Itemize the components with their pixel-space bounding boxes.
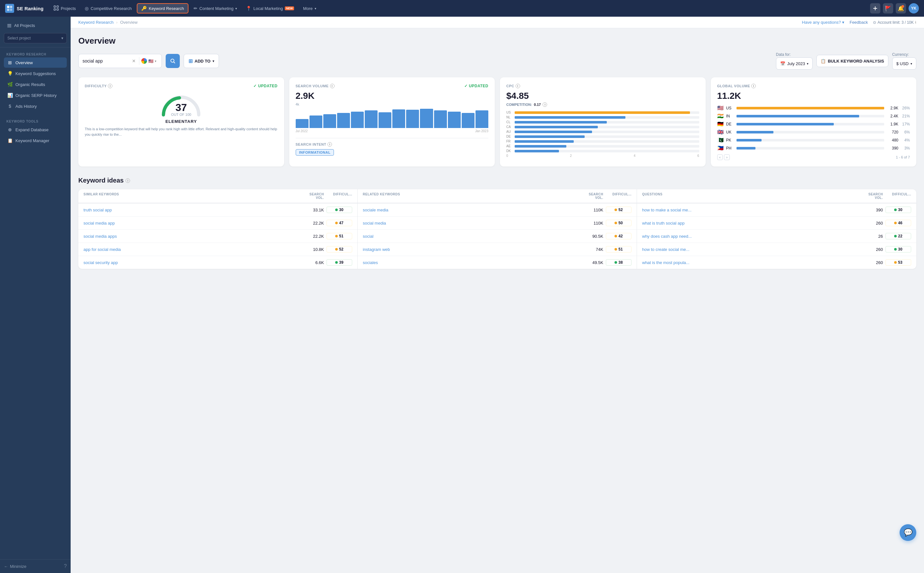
engine-chevron-icon[interactable]: ▾ [155, 59, 156, 63]
gv-country: PH [726, 146, 734, 150]
google-icon [141, 58, 147, 64]
sv-updated: ✓ Updated [464, 84, 488, 88]
keyword-link[interactable]: social [363, 234, 578, 239]
keyword-link[interactable]: social security app [83, 260, 299, 265]
minimize-button[interactable]: ← Minimize [4, 564, 26, 569]
cpc-info-icon[interactable]: i [516, 84, 520, 88]
gauge-wrapper: 37 OUT OF 100 [85, 91, 278, 116]
nav-local[interactable]: 📍 Local Marketing NEW [242, 4, 298, 13]
account-limit-info-icon: ℹ [915, 20, 916, 24]
keyword-ideas-info-icon[interactable]: i [126, 178, 130, 183]
keyword-link[interactable]: sociale media [363, 208, 578, 212]
search-button[interactable] [166, 54, 180, 68]
search-clear-button[interactable]: ✕ [132, 58, 136, 64]
chat-button[interactable]: 💬 [900, 524, 916, 541]
sidebar-overview-label: Overview [16, 60, 33, 65]
gv-nav-buttons: ‹ › [717, 154, 730, 160]
diff-value: 46 [898, 221, 902, 225]
nav-projects[interactable]: Projects [50, 3, 80, 14]
country-bar-wrap [515, 116, 699, 119]
diff-value: 52 [339, 247, 343, 252]
serp-history-icon: 📊 [7, 93, 13, 98]
keyword-link[interactable]: what is truth social app [642, 221, 858, 225]
add-to-button[interactable]: ⊞ ADD TO ▾ [184, 54, 219, 68]
cpc-country-row: NL [506, 116, 699, 119]
keyword-link[interactable]: why does cash app need... [642, 234, 858, 239]
minimize-label: Minimize [10, 564, 26, 569]
help-icon[interactable]: ? [64, 564, 67, 569]
add-new-button[interactable] [870, 3, 880, 14]
keyword-diff-badge: 42 [606, 233, 632, 240]
notifications-button[interactable]: 🔔 [896, 3, 906, 14]
gv-bar-fill [736, 123, 834, 125]
competition-info-icon[interactable]: i [543, 102, 547, 107]
country-code: NL [506, 116, 513, 119]
keyword-link[interactable]: app for social media [83, 247, 299, 252]
difficulty-info-icon[interactable]: i [108, 84, 112, 88]
keyword-link[interactable]: social media apps [83, 234, 299, 239]
similar-vol-label: SEARCH VOL. [301, 193, 324, 200]
cpc-card-header: CPC i [506, 84, 699, 88]
date-picker-button[interactable]: 📅 July 2023 ▾ [776, 58, 813, 70]
keyword-vol: 22.2K [301, 234, 324, 239]
content-chevron-icon: ▾ [235, 7, 237, 10]
sidebar-item-organic[interactable]: 🌿 Organic Results [4, 79, 67, 89]
gv-bar-wrap [736, 123, 885, 125]
keyword-vol: 74K [581, 247, 603, 252]
help-chevron-icon: ▾ [842, 20, 844, 25]
sidebar-item-suggestions[interactable]: 💡 Keyword Suggestions [4, 68, 67, 78]
keyword-link[interactable]: social media app [83, 221, 299, 225]
gv-prev-button[interactable]: ‹ [717, 154, 723, 160]
sidebar-serp-label: Organic SERP History [16, 93, 56, 98]
bulk-analysis-button[interactable]: 📋 BULK KEYWORD ANALYSIS [816, 55, 888, 67]
questions-diff-label: DIFFICUL... [885, 193, 911, 200]
diff-dot-icon [894, 208, 897, 211]
keyword-link[interactable]: social media [363, 221, 578, 225]
keyword-vol: 10.8K [301, 247, 324, 252]
check-icon: ✓ [253, 84, 257, 88]
search-input[interactable] [83, 58, 131, 64]
sidebar-item-serp-history[interactable]: 📊 Organic SERP History [4, 90, 67, 100]
currency-group: Currency: $ USD ▾ [892, 52, 916, 70]
all-projects-link[interactable]: All Projects [4, 20, 67, 30]
nav-content[interactable]: ✏ Content Marketing ▾ [190, 4, 241, 13]
keyword-link[interactable]: instagram web [363, 247, 578, 252]
country-code: FR [506, 139, 513, 143]
nav-more[interactable]: More ▾ [299, 4, 320, 13]
brand-logo[interactable]: SE Ranking [5, 4, 43, 13]
keyword-link[interactable]: how to create social me... [642, 247, 858, 252]
keyword-link[interactable]: what is the most popula... [642, 260, 858, 265]
breadcrumb-parent[interactable]: Keyword Research [78, 20, 114, 25]
keyword-link[interactable]: sociales [363, 260, 578, 265]
nav-competitive[interactable]: ◎ Competitive Research [81, 4, 135, 13]
currency-button[interactable]: $ USD ▾ [892, 58, 916, 70]
gv-next-button[interactable]: › [724, 154, 730, 160]
sidebar-item-expand[interactable]: ⊕ Expand Database [4, 124, 67, 135]
gv-flag: 🇵🇭 [717, 145, 724, 151]
sidebar-item-ads-history[interactable]: $ Ads History [4, 101, 67, 111]
sv-bar [462, 113, 475, 128]
keyword-link[interactable]: how to make a social me... [642, 208, 858, 212]
help-link[interactable]: Have any questions? ▾ [802, 20, 844, 25]
svg-rect-4 [54, 6, 55, 7]
user-avatar[interactable]: YK [908, 3, 919, 14]
sidebar-item-overview[interactable]: ⊞ Overview [4, 58, 67, 68]
keyword-diff-badge: 50 [606, 220, 632, 226]
svg-rect-2 [7, 9, 9, 11]
intent-info-icon[interactable]: i [328, 142, 332, 147]
questions-header: QUESTIONS SEARCH VOL. DIFFICUL... [637, 189, 916, 204]
project-select-dropdown[interactable]: Select project ▾ [4, 33, 67, 43]
feedback-button[interactable]: Feedback [850, 20, 868, 25]
svg-rect-6 [54, 9, 55, 10]
gv-pagination: 1 - 6 of 7 [896, 155, 910, 159]
flag-button[interactable]: 🚩 [883, 3, 893, 14]
keyword-link[interactable]: truth social app [83, 208, 299, 212]
difficulty-value: 37 [171, 102, 191, 113]
country-bar-fill [515, 121, 607, 124]
sv-info-icon[interactable]: i [330, 84, 334, 88]
sidebar-item-manager[interactable]: 📋 Keyword Manager [4, 135, 67, 146]
gv-info-icon[interactable]: i [751, 84, 756, 88]
nav-keyword[interactable]: 🔑 Keyword Research [137, 3, 188, 14]
sv-value: 2.9K [296, 91, 489, 101]
competition-row: COMPETITION: 0.17 i [506, 102, 699, 107]
